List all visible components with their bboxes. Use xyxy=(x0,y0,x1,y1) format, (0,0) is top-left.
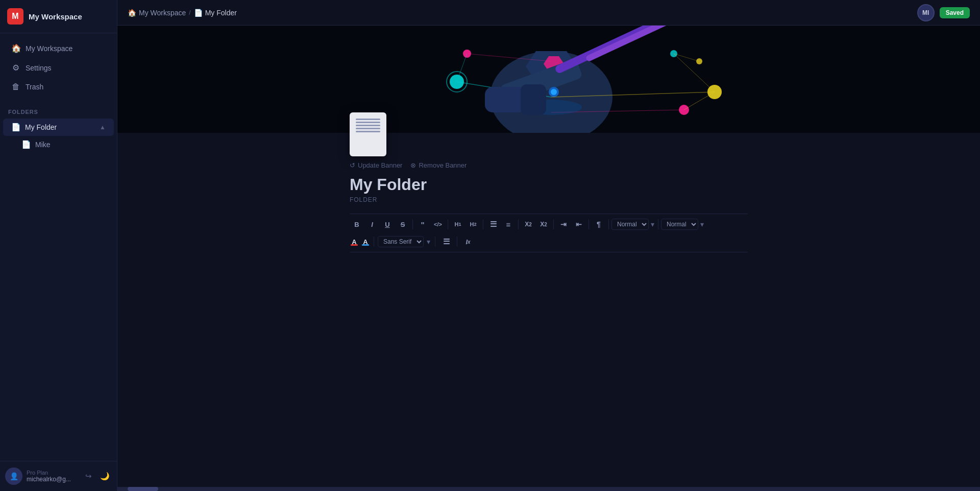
font-size-select-chevron: ▾ xyxy=(700,220,704,228)
user-avatar-top[interactable]: MI xyxy=(917,4,935,21)
subscript-button[interactable]: X2 xyxy=(521,217,535,231)
user-email: michealrko@g... xyxy=(27,476,77,483)
toolbar-separator-10 xyxy=(435,237,435,247)
sidebar-nav: 🏠 My Workspace ⚙ Settings 🗑 Trash xyxy=(0,33,117,102)
user-info: Pro Plan michealrko@g... xyxy=(27,470,77,483)
breadcrumb-folder-label: My Folder xyxy=(205,9,237,17)
sidebar-folders-section: FOLDERS 📄 My Folder ▲ 📄 Mike xyxy=(0,102,117,461)
update-banner-button[interactable]: ↺ Update Banner xyxy=(350,161,402,169)
sidebar-folder-my-folder[interactable]: 📄 My Folder ▲ xyxy=(3,119,114,136)
settings-icon: ⚙ xyxy=(11,63,20,73)
sidebar-title: My Workspace xyxy=(29,12,82,21)
folder-title: My Folder xyxy=(350,175,748,194)
sidebar-subfolder-mike[interactable]: 📄 Mike xyxy=(3,136,114,153)
style-select[interactable]: Normal xyxy=(611,219,649,230)
font-color-button[interactable]: A xyxy=(350,237,359,246)
svg-point-8 xyxy=(551,89,557,95)
sidebar-item-label: Trash xyxy=(26,83,43,91)
indent-left-button[interactable]: ⇤ xyxy=(572,217,586,231)
sub-folder-item-label: Mike xyxy=(35,141,106,149)
toolbar-separator-5 xyxy=(553,219,554,229)
content-body: ↺ Update Banner ⊗ Remove Banner My Folde… xyxy=(319,112,778,293)
user-avatar: 👤 xyxy=(5,467,22,485)
toolbar-separator-8 xyxy=(658,219,658,229)
sidebar-item-my-workspace[interactable]: 🏠 My Workspace xyxy=(3,39,114,58)
bullet-list-button[interactable]: ☰ xyxy=(486,217,500,231)
remove-banner-label: Remove Banner xyxy=(419,161,467,169)
font-highlight-button[interactable]: A xyxy=(361,237,370,246)
editor-toolbar: B I U S " </> H1 H2 ☰ ≡ X2 X2 ⇥ ⇤ xyxy=(350,214,748,252)
bold-button[interactable]: B xyxy=(350,217,364,231)
italic-button[interactable]: I xyxy=(365,217,379,231)
topbar: 🏠 My Workspace / 📄 My Folder MI Saved xyxy=(117,0,980,26)
strikethrough-button[interactable]: S xyxy=(396,217,410,231)
user-plan: Pro Plan xyxy=(27,470,77,476)
app-logo: M xyxy=(7,8,23,25)
text-align-button[interactable]: ☰ xyxy=(439,235,453,249)
ordered-list-button[interactable]: ≡ xyxy=(501,217,516,231)
underline-button[interactable]: U xyxy=(380,217,395,231)
toolbar-separator xyxy=(412,219,413,229)
theme-toggle-button[interactable]: 🌙 xyxy=(97,469,112,483)
scrollbar-thumb[interactable] xyxy=(128,487,158,491)
folder-type-label: FOLDER xyxy=(350,196,748,203)
font-size-select[interactable]: Normal xyxy=(661,219,698,230)
home-icon: 🏠 xyxy=(11,43,20,53)
toolbar-separator-7 xyxy=(608,219,609,229)
sidebar-item-trash[interactable]: 🗑 Trash xyxy=(3,78,114,96)
clear-formatting-button[interactable]: Ix xyxy=(461,235,475,249)
breadcrumb-separator: / xyxy=(189,9,190,16)
indent-right-button[interactable]: ⇥ xyxy=(556,217,571,231)
moon-icon: 🌙 xyxy=(100,472,110,481)
folder-doc-icon-sidebar: 📄 xyxy=(11,123,21,132)
superscript-button[interactable]: X2 xyxy=(536,217,551,231)
banner-actions: ↺ Update Banner ⊗ Remove Banner xyxy=(350,161,748,169)
content-area: ↺ Update Banner ⊗ Remove Banner My Folde… xyxy=(117,26,980,491)
remove-banner-button[interactable]: ⊗ Remove Banner xyxy=(410,161,467,169)
logout-icon: ↪ xyxy=(85,472,92,481)
style-select-chevron: ▾ xyxy=(651,220,654,228)
update-icon: ↺ xyxy=(350,161,355,169)
horizontal-scrollbar[interactable] xyxy=(117,487,980,491)
sub-doc-icon: 📄 xyxy=(21,140,31,149)
logout-button[interactable]: ↪ xyxy=(81,469,95,483)
code-button[interactable]: </> xyxy=(431,217,445,231)
paragraph-button[interactable]: ¶ xyxy=(592,217,606,231)
folder-icon: 📄 xyxy=(194,9,203,17)
footer-actions: ↪ 🌙 xyxy=(81,469,112,483)
toolbar-separator-9 xyxy=(374,237,374,247)
breadcrumb-workspace-label: My Workspace xyxy=(139,9,186,17)
toolbar-separator-11 xyxy=(457,237,457,247)
saved-badge: Saved xyxy=(940,7,970,18)
font-family-chevron: ▾ xyxy=(427,238,430,246)
folder-document-icon xyxy=(350,112,386,156)
chevron-up-icon: ▲ xyxy=(100,124,106,131)
toolbar-separator-6 xyxy=(589,219,589,229)
sidebar-item-label: My Workspace xyxy=(26,44,72,53)
breadcrumb-workspace[interactable]: 🏠 My Workspace xyxy=(128,9,186,17)
font-color-icon: A xyxy=(352,238,356,246)
update-banner-label: Update Banner xyxy=(358,161,402,169)
breadcrumb-current-folder: 📄 My Folder xyxy=(194,9,237,17)
user-avatar-icon: 👤 xyxy=(10,472,18,480)
font-highlight-icon: A xyxy=(363,238,368,246)
font-family-select[interactable]: Sans Serif xyxy=(378,236,424,247)
toolbar-separator-2 xyxy=(448,219,448,229)
workspace-icon: 🏠 xyxy=(128,9,136,17)
folder-item-label: My Folder xyxy=(25,123,95,131)
sidebar: M My Workspace 🏠 My Workspace ⚙ Settings… xyxy=(0,0,117,491)
h1-button[interactable]: H1 xyxy=(451,217,465,231)
topbar-right: MI Saved xyxy=(917,4,970,21)
sidebar-footer: 👤 Pro Plan michealrko@g... ↪ 🌙 xyxy=(0,461,117,491)
folders-label: FOLDERS xyxy=(0,107,117,118)
trash-icon: 🗑 xyxy=(11,82,20,91)
folder-icon-container xyxy=(350,112,748,156)
toolbar-row2: A A Sans Serif ▾ ☰ Ix xyxy=(350,232,748,249)
breadcrumb: 🏠 My Workspace / 📄 My Folder xyxy=(128,9,237,17)
svg-rect-24 xyxy=(485,87,526,112)
svg-rect-25 xyxy=(521,84,546,115)
h2-button[interactable]: H2 xyxy=(466,217,480,231)
sidebar-item-settings[interactable]: ⚙ Settings xyxy=(3,58,114,77)
blockquote-button[interactable]: " xyxy=(415,217,430,231)
remove-icon: ⊗ xyxy=(410,161,416,169)
